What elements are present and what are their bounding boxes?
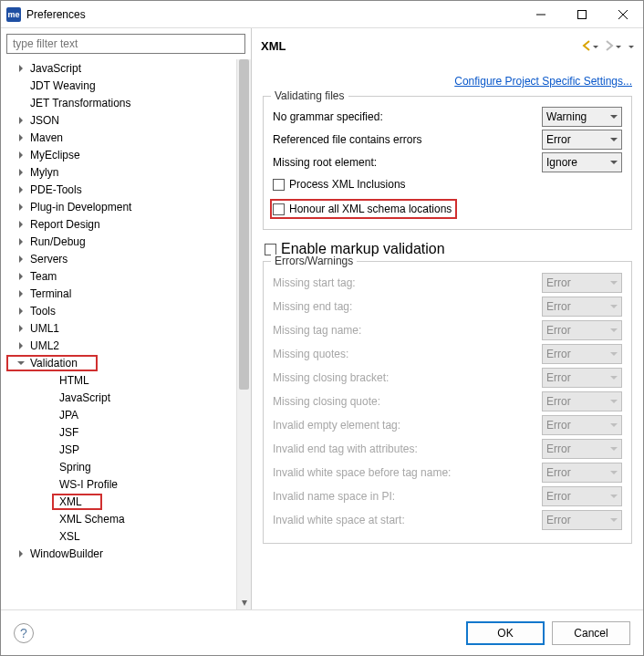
tree-item-label: JSON	[28, 114, 61, 127]
honour-schema-checkbox[interactable]	[273, 203, 285, 215]
errors-warnings-legend: Errors/Warnings	[271, 255, 357, 267]
chevron-down-icon	[610, 398, 618, 405]
chevron-right-icon[interactable]	[14, 186, 28, 193]
error-warning-label: Missing closing bracket:	[273, 371, 542, 384]
error-warning-select: Error	[542, 391, 622, 411]
tree-item[interactable]: JDT Weaving	[1, 77, 251, 94]
tree-item-label: Run/Debug	[28, 235, 88, 248]
chevron-right-icon[interactable]	[14, 221, 28, 228]
tree-item[interactable]: Report Design	[1, 215, 251, 233]
help-button[interactable]: ?	[14, 623, 34, 643]
chevron-right-icon[interactable]	[14, 117, 28, 124]
error-warning-select: Error	[542, 344, 622, 364]
tree-item[interactable]: XSL	[1, 527, 251, 545]
tree-item[interactable]: WS-I Profile	[1, 475, 251, 493]
tree-item[interactable]: Spring	[1, 458, 251, 475]
tree-item-label: Mylyn	[28, 166, 60, 179]
chevron-right-icon[interactable]	[14, 65, 28, 72]
tree-scrollbar[interactable]: ▴ ▾	[236, 59, 251, 609]
tree-item[interactable]: JavaScript	[1, 59, 251, 77]
error-warning-value: Error	[546, 490, 571, 503]
tree-item[interactable]: HTML	[1, 371, 251, 389]
tree-item[interactable]: JavaScript	[1, 389, 251, 406]
missing-root-label: Missing root element:	[273, 156, 542, 169]
filter-input[interactable]	[6, 34, 245, 54]
chevron-right-icon[interactable]	[14, 550, 28, 557]
chevron-right-icon[interactable]	[14, 342, 28, 349]
chevron-down-icon	[610, 136, 618, 143]
error-warning-row: Invalid name space in PI:Error	[273, 486, 622, 506]
tree-item-label: WindowBuilder	[28, 547, 105, 560]
nav-forward-button[interactable]	[602, 36, 623, 56]
no-grammar-select[interactable]: Warning	[542, 107, 622, 127]
chevron-right-icon[interactable]	[14, 325, 28, 332]
tree-item[interactable]: Terminal	[1, 285, 251, 302]
chevron-down-icon	[610, 516, 618, 524]
error-warning-label: Missing tag name:	[273, 324, 542, 337]
chevron-right-icon[interactable]	[14, 255, 28, 263]
tree-item[interactable]: XML	[1, 493, 251, 510]
enable-markup-checkbox[interactable]	[265, 244, 276, 255]
scroll-thumb[interactable]	[239, 59, 249, 390]
tree-item[interactable]: UML2	[1, 337, 251, 354]
close-button[interactable]	[602, 1, 643, 28]
tree-item[interactable]: Maven	[1, 129, 251, 146]
tree-item[interactable]: Tools	[1, 302, 251, 319]
tree-item[interactable]: JSF	[1, 423, 251, 441]
nav-forward-menu-icon[interactable]	[616, 37, 621, 54]
cancel-button[interactable]: Cancel	[552, 621, 630, 645]
nav-view-menu-icon[interactable]	[628, 37, 634, 54]
tree-item[interactable]: PDE-Tools	[1, 181, 251, 198]
chevron-right-icon[interactable]	[14, 290, 28, 297]
error-warning-value: Error	[546, 395, 571, 408]
preferences-tree[interactable]: JavaScriptJDT WeavingJET Transformations…	[1, 59, 251, 609]
tree-item[interactable]: XML Schema	[1, 510, 251, 527]
tree-item[interactable]: JSP	[1, 441, 251, 458]
error-warning-label: Missing quotes:	[273, 348, 542, 360]
tree-item[interactable]: JET Transformations	[1, 94, 251, 111]
nav-icons	[579, 36, 634, 56]
tree-item[interactable]: Team	[1, 267, 251, 285]
tree-item-label: XSL	[57, 530, 82, 543]
chevron-right-icon[interactable]	[14, 203, 28, 211]
tree-item-label: XML Schema	[57, 513, 127, 526]
ok-button[interactable]: OK	[466, 621, 545, 645]
tree-item[interactable]: Plug-in Development	[1, 198, 251, 215]
tree-item[interactable]: UML1	[1, 319, 251, 337]
chevron-down-icon[interactable]	[14, 359, 28, 367]
minimize-button[interactable]	[520, 1, 561, 28]
tree-item[interactable]: JSON	[1, 111, 251, 129]
chevron-right-icon[interactable]	[14, 169, 28, 176]
tree-item[interactable]: MyEclipse	[1, 146, 251, 163]
error-warning-row: Missing closing bracket:Error	[273, 368, 622, 388]
maximize-button[interactable]	[561, 1, 602, 28]
tree-item-label: HTML	[57, 374, 91, 387]
configure-project-specific-link[interactable]: Configure Project Specific Settings...	[454, 75, 632, 88]
error-warning-label: Invalid empty element tag:	[273, 419, 542, 432]
missing-root-select[interactable]: Ignore	[542, 152, 622, 172]
tree-item[interactable]: Run/Debug	[1, 233, 251, 250]
referenced-errors-select[interactable]: Error	[542, 130, 622, 150]
error-warning-select: Error	[542, 368, 622, 388]
error-warning-value: Error	[546, 371, 571, 384]
chevron-right-icon[interactable]	[14, 134, 28, 141]
tree-item[interactable]: JPA	[1, 406, 251, 423]
chevron-right-icon[interactable]	[14, 238, 28, 245]
validating-files-group: Validating files No grammar specified: W…	[263, 96, 632, 230]
tree-item[interactable]: Servers	[1, 250, 251, 267]
process-xml-inclusions-checkbox[interactable]	[273, 179, 285, 191]
tree-item[interactable]: Validation	[1, 354, 251, 371]
nav-back-button[interactable]	[579, 36, 600, 56]
tree-item-label: JPA	[57, 409, 80, 422]
scroll-down-icon[interactable]: ▾	[237, 595, 251, 609]
chevron-down-icon	[610, 303, 618, 310]
tree-item-label: Tools	[28, 305, 57, 318]
chevron-right-icon[interactable]	[14, 273, 28, 280]
tree-item-label: JavaScript	[57, 391, 112, 404]
chevron-right-icon[interactable]	[14, 151, 28, 159]
tree-item[interactable]: Mylyn	[1, 163, 251, 181]
chevron-right-icon[interactable]	[14, 307, 28, 315]
tree-item[interactable]: WindowBuilder	[1, 545, 251, 562]
chevron-down-icon	[610, 113, 618, 120]
nav-back-menu-icon[interactable]	[593, 37, 598, 54]
